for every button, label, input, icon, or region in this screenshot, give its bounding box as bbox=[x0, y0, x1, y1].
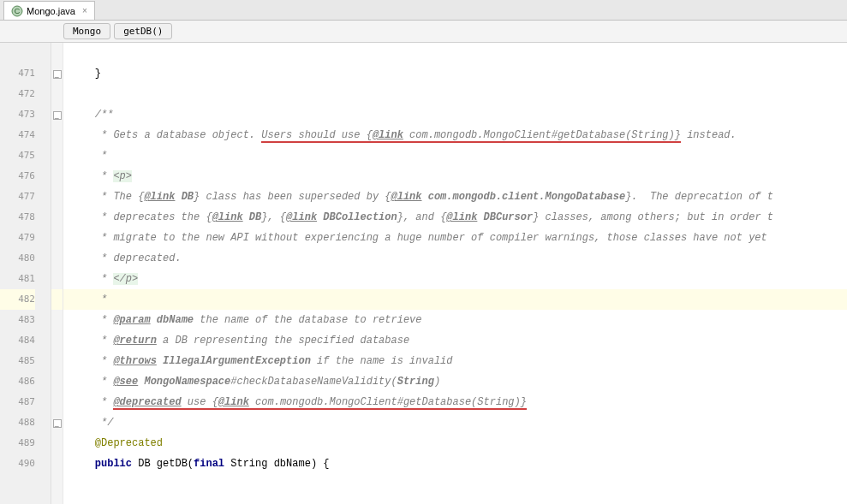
code-line[interactable]: * migrate to the new API without experie… bbox=[63, 228, 847, 248]
code-line[interactable]: * The {@link DB} class has been supersed… bbox=[63, 187, 847, 207]
line-number-gutter: 471 472 473 474 475 476 477 478 479 480 … bbox=[0, 43, 51, 504]
line-number: 483 bbox=[0, 310, 35, 330]
code-line[interactable]: * @return a DB representing the specifie… bbox=[63, 330, 847, 351]
code-line[interactable]: * bbox=[63, 289, 847, 310]
fold-gutter bbox=[51, 43, 63, 504]
editor-tab-bar: C Mongo.java × bbox=[0, 0, 847, 21]
line-number: 473 bbox=[0, 104, 35, 125]
code-line[interactable]: */ bbox=[63, 412, 847, 433]
line-number: 476 bbox=[0, 166, 35, 187]
breadcrumb-bar: Mongo getDB() bbox=[0, 21, 847, 43]
code-line[interactable] bbox=[63, 43, 847, 63]
line-number: 477 bbox=[0, 187, 35, 207]
line-number: 486 bbox=[0, 371, 35, 392]
line-number: 474 bbox=[0, 125, 35, 145]
line-number: 485 bbox=[0, 351, 35, 371]
code-line[interactable]: * deprecated. bbox=[63, 248, 847, 269]
line-number bbox=[0, 43, 35, 63]
breadcrumb-method[interactable]: getDB() bbox=[114, 23, 172, 39]
line-number: 484 bbox=[0, 330, 35, 351]
line-number: 482 bbox=[0, 289, 35, 310]
line-number: 487 bbox=[0, 392, 35, 412]
code-line[interactable]: * @param dbName the name of the database… bbox=[63, 310, 847, 330]
code-line[interactable]: * @deprecated use {@link com.mongodb.Mon… bbox=[63, 392, 847, 412]
line-number: 488 bbox=[0, 412, 35, 433]
java-class-icon: C bbox=[11, 5, 23, 17]
code-line[interactable]: * deprecates the {@link DB}, {@link DBCo… bbox=[63, 207, 847, 228]
close-tab-icon[interactable]: × bbox=[82, 6, 87, 15]
code-line[interactable]: * <p> bbox=[63, 166, 847, 187]
code-line[interactable]: * </p> bbox=[63, 269, 847, 289]
fold-marker-icon[interactable] bbox=[53, 419, 62, 428]
fold-marker-icon[interactable] bbox=[53, 111, 62, 120]
line-number: 481 bbox=[0, 269, 35, 289]
breadcrumb-class[interactable]: Mongo bbox=[63, 23, 110, 39]
line-number: 480 bbox=[0, 248, 35, 269]
code-editor[interactable]: 471 472 473 474 475 476 477 478 479 480 … bbox=[0, 43, 847, 504]
code-area[interactable]: } /** * Gets a database object. Users sh… bbox=[63, 43, 847, 504]
code-line[interactable]: public DB getDB(final String dbName) { bbox=[63, 454, 847, 474]
code-line[interactable]: } bbox=[63, 63, 847, 84]
line-number: 490 bbox=[0, 454, 35, 474]
code-line[interactable]: @Deprecated bbox=[63, 433, 847, 454]
line-number: 478 bbox=[0, 207, 35, 228]
code-line[interactable]: * @throws IllegalArgumentException if th… bbox=[63, 351, 847, 371]
line-number: 489 bbox=[0, 433, 35, 454]
tab-filename: Mongo.java bbox=[27, 6, 75, 16]
svg-text:C: C bbox=[15, 7, 21, 15]
fold-marker-icon[interactable] bbox=[53, 70, 62, 79]
line-number: 475 bbox=[0, 145, 35, 166]
line-number: 479 bbox=[0, 228, 35, 248]
code-line[interactable] bbox=[63, 84, 847, 104]
code-line[interactable]: * Gets a database object. Users should u… bbox=[63, 125, 847, 145]
line-number: 471 bbox=[0, 63, 35, 84]
line-number: 472 bbox=[0, 84, 35, 104]
code-line[interactable]: * bbox=[63, 145, 847, 166]
code-line[interactable]: /** bbox=[63, 104, 847, 125]
file-tab-mongo-java[interactable]: C Mongo.java × bbox=[3, 1, 95, 20]
code-line[interactable]: * @see MongoNamespace#checkDatabaseNameV… bbox=[63, 371, 847, 392]
